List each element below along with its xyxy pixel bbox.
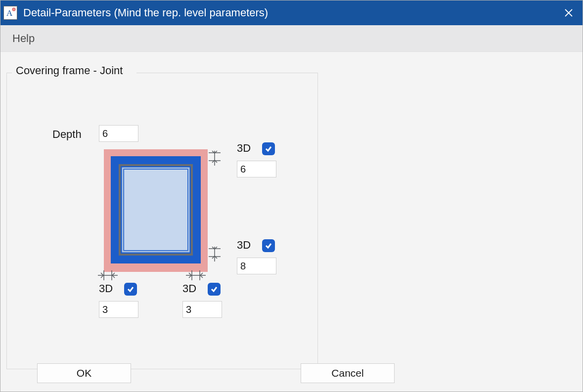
- title-bar: A Detail-Parameters (Mind the rep. level…: [0, 0, 583, 25]
- menu-help[interactable]: Help: [12, 32, 35, 45]
- svg-rect-8: [124, 170, 187, 250]
- bottom-left-3d-label: 3D: [99, 282, 113, 295]
- right-3d-label: 3D: [237, 239, 251, 252]
- dim-arrow-right-icon: [208, 247, 222, 266]
- menu-bar: Help: [0, 25, 583, 52]
- bottom-right-3d-checkbox[interactable]: [208, 283, 221, 296]
- close-button[interactable]: [555, 0, 583, 25]
- right-3d-checkbox[interactable]: [262, 239, 275, 252]
- bottom-right-3d-label: 3D: [182, 282, 196, 295]
- svg-point-1: [12, 8, 15, 11]
- depth-input[interactable]: [99, 125, 138, 142]
- dim-arrow-bottom-right-icon: [186, 269, 209, 281]
- cancel-button[interactable]: Cancel: [301, 363, 395, 383]
- top-3d-checkbox[interactable]: [262, 142, 275, 155]
- top-3d-label: 3D: [237, 142, 251, 155]
- bottom-right-joint-input[interactable]: [182, 301, 222, 318]
- top-joint-input[interactable]: [237, 161, 276, 177]
- covering-frame-joint-group: Covering frame - Joint Depth: [6, 73, 318, 369]
- bottom-left-joint-input[interactable]: [99, 301, 138, 318]
- depth-label: Depth: [52, 128, 82, 141]
- app-icon: A: [3, 6, 17, 20]
- window-title: Detail-Parameters (Mind the rep. level p…: [23, 6, 555, 19]
- dim-arrow-top-icon: [208, 151, 222, 171]
- svg-text:A: A: [6, 8, 13, 18]
- dim-arrow-bottom-left-icon: [98, 269, 121, 281]
- client-area: Covering frame - Joint Depth: [0, 52, 583, 375]
- right-joint-input[interactable]: [237, 258, 276, 274]
- group-legend: Covering frame - Joint: [14, 64, 125, 77]
- ok-button[interactable]: OK: [37, 363, 131, 383]
- bottom-left-3d-checkbox[interactable]: [124, 283, 137, 296]
